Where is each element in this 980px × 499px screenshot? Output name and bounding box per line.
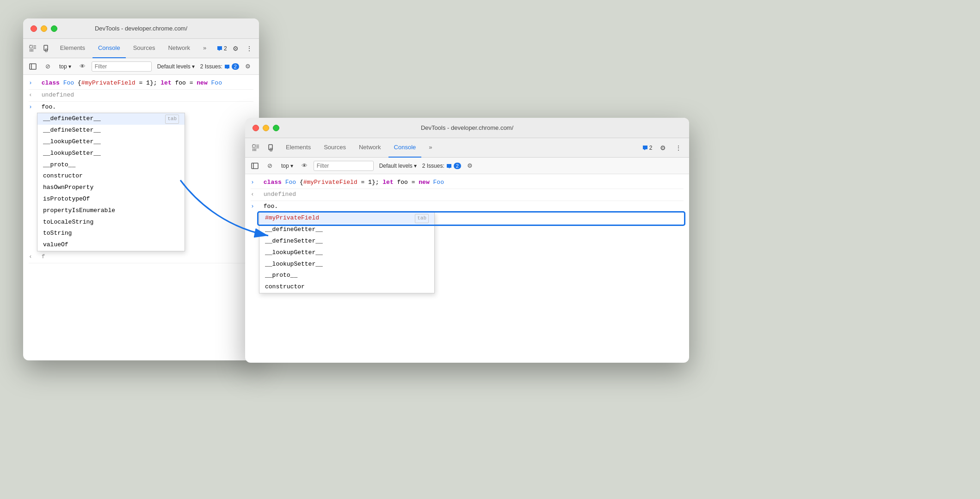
top-dropdown-2[interactable]: top ▾ (278, 162, 296, 170)
arrow-1[interactable]: › (29, 79, 35, 88)
console-settings-1[interactable]: ⚙ (242, 61, 254, 73)
tab-bar-2: Elements Sources Network Console » 2 ⚙ ⋮ (245, 138, 689, 158)
console-line-1: › class Foo {#myPrivateField = 1}; let f… (29, 78, 253, 90)
badge-2: 2 (649, 145, 653, 151)
autocomplete-item-1-10[interactable]: toString (37, 228, 185, 239)
arrow-4: ‹ (29, 252, 35, 262)
window-title-1: DevTools - developer.chrome.com/ (95, 25, 187, 32)
clear-button-2[interactable]: ⊘ (264, 160, 276, 172)
issues-icon-1 (224, 64, 230, 69)
title-bar-2: DevTools - developer.chrome.com/ (245, 118, 689, 138)
svg-rect-0 (30, 45, 32, 48)
autocomplete-item-2-1[interactable]: __defineGetter__ (259, 224, 434, 236)
badge-1: 2 (224, 45, 227, 52)
settings-button-1[interactable]: ⚙ (229, 42, 241, 55)
autocomplete-item-1-11[interactable]: valueOf (37, 239, 185, 251)
arrow-2: ‹ (29, 91, 35, 100)
more-button-1[interactable]: ⋮ (243, 42, 255, 55)
tab-console-1[interactable]: Console (92, 39, 126, 58)
issues-icon-2 (446, 163, 452, 169)
eye-button-2[interactable]: 👁 (299, 160, 311, 172)
close-button-1[interactable] (31, 25, 37, 32)
tab-more-1[interactable]: » (197, 39, 212, 58)
autocomplete-container-2: #myPrivateField tab __defineGetter__ __d… (259, 212, 684, 293)
minimize-button-1[interactable] (41, 25, 47, 32)
autocomplete-item-1-6[interactable]: hasOwnProperty (37, 182, 185, 194)
arrow-2-1[interactable]: › (251, 178, 257, 188)
arrow-3[interactable]: › (29, 103, 35, 112)
console-line-4: ‹ f (29, 251, 253, 263)
arrow-2-3[interactable]: › (251, 202, 257, 212)
tab-bar-1: Elements Console Sources Network » 2 ⚙ ⋮ (23, 39, 259, 58)
issues-badge-2: 2 Issues: 2 (422, 163, 461, 169)
svg-rect-3 (30, 64, 36, 69)
devtools-window-2: DevTools - developer.chrome.com/ Element… (245, 118, 689, 363)
autocomplete-1: __defineGetter__ tab __defineSetter__ __… (37, 113, 185, 251)
autocomplete-2: #myPrivateField tab __defineGetter__ __d… (259, 212, 435, 293)
tab-elements-2[interactable]: Elements (280, 138, 316, 158)
tab-elements-1[interactable]: Elements (55, 39, 91, 58)
autocomplete-item-1-7[interactable]: isPrototypeOf (37, 194, 185, 205)
device-icon-2[interactable] (265, 141, 278, 155)
console-toolbar-1: ⊘ top ▾ 👁 Default levels ▾ 2 Issues: 2 ⚙ (23, 58, 259, 75)
console-content-2: › class Foo {#myPrivateField = 1}; let f… (245, 174, 689, 296)
svg-rect-8 (252, 163, 258, 169)
issues-count-1: 2 (232, 63, 239, 70)
autocomplete-item-1-3[interactable]: __lookupSetter__ (37, 148, 185, 159)
traffic-lights-1 (31, 25, 57, 32)
tab-network-2[interactable]: Network (353, 138, 387, 158)
maximize-button-2[interactable] (273, 125, 279, 131)
chat-button-2[interactable]: 2 (640, 141, 654, 155)
autocomplete-item-1-9[interactable]: toLocaleString (37, 217, 185, 228)
default-levels-2[interactable]: Default levels ▾ (376, 162, 419, 170)
window-title-2: DevTools - developer.chrome.com/ (421, 124, 513, 131)
title-bar-1: DevTools - developer.chrome.com/ (23, 18, 259, 39)
eye-button-1[interactable]: 👁 (77, 61, 89, 73)
autocomplete-item-2-0[interactable]: #myPrivateField tab (259, 213, 434, 224)
autocomplete-item-1-4[interactable]: __proto__ (37, 159, 185, 171)
autocomplete-item-1-8[interactable]: propertyIsEnumerable (37, 205, 185, 217)
default-levels-1[interactable]: Default levels ▾ (154, 62, 197, 71)
clear-button-1[interactable]: ⊘ (42, 61, 54, 73)
tab-sources-2[interactable]: Sources (318, 138, 351, 158)
more-button-2[interactable]: ⋮ (672, 141, 685, 155)
close-button-2[interactable] (253, 125, 259, 131)
console-line-2-3: › foo. (251, 201, 684, 213)
autocomplete-item-1-1[interactable]: __defineSetter__ (37, 125, 185, 136)
filter-input-1[interactable] (92, 61, 152, 72)
settings-button-2[interactable]: ⚙ (656, 141, 670, 155)
minimize-button-2[interactable] (263, 125, 269, 131)
autocomplete-item-1-2[interactable]: __lookupGetter__ (37, 136, 185, 148)
console-settings-2[interactable]: ⚙ (464, 160, 476, 172)
top-dropdown-1[interactable]: top ▾ (56, 62, 74, 71)
svg-rect-5 (253, 145, 255, 147)
sidebar-toggle-2[interactable] (249, 160, 261, 172)
device-icon-1[interactable] (41, 42, 53, 55)
autocomplete-item-1-0[interactable]: __defineGetter__ tab (37, 113, 185, 125)
inspect-icon-1[interactable] (27, 42, 39, 55)
autocomplete-item-1-5[interactable]: constructor (37, 170, 185, 182)
devtools-window-1: DevTools - developer.chrome.com/ Element… (23, 18, 259, 360)
autocomplete-item-2-2[interactable]: __defineSetter__ (259, 236, 434, 247)
sidebar-toggle-1[interactable] (27, 61, 39, 73)
tab-sources-1[interactable]: Sources (128, 39, 161, 58)
tab-network-1[interactable]: Network (162, 39, 196, 58)
autocomplete-item-2-4[interactable]: __lookupSetter__ (259, 259, 434, 270)
arrow-2-2: ‹ (251, 190, 257, 200)
console-line-3: › foo. (29, 102, 253, 113)
autocomplete-item-2-5[interactable]: __proto__ (259, 270, 434, 281)
issues-count-2: 2 (454, 163, 461, 169)
chat-button-1[interactable]: 2 (216, 42, 228, 55)
console-line-2-2: ‹ undefined (251, 189, 684, 201)
traffic-lights-2 (253, 125, 279, 131)
inspect-icon-2[interactable] (249, 141, 263, 155)
console-content-1: › class Foo {#myPrivateField = 1}; let f… (23, 75, 259, 266)
autocomplete-item-2-3[interactable]: __lookupGetter__ (259, 247, 434, 259)
console-line-2-1: › class Foo {#myPrivateField = 1}; let f… (251, 177, 684, 189)
autocomplete-item-2-6[interactable]: constructor (259, 281, 434, 293)
tab-more-2[interactable]: » (423, 138, 438, 158)
tab-console-2[interactable]: Console (388, 138, 422, 158)
console-line-2: ‹ undefined (29, 90, 253, 102)
maximize-button-1[interactable] (51, 25, 57, 32)
filter-input-2[interactable] (314, 161, 374, 171)
